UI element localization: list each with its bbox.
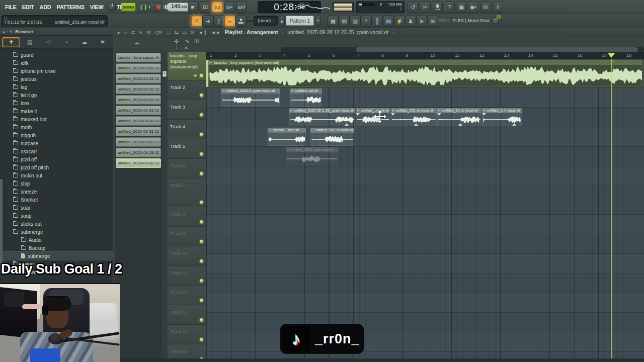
track-header-10[interactable]: Track 10 xyxy=(168,246,206,266)
fade-handle-icon[interactable] xyxy=(345,123,349,126)
record-button[interactable] xyxy=(153,2,164,12)
track-mute-led[interactable] xyxy=(200,279,203,283)
grid-track-row[interactable] xyxy=(206,332,644,352)
track-keys-icon[interactable]: Ш xyxy=(194,39,199,44)
picker-item[interactable]: untitled_2025-09-28 12-.. xyxy=(116,137,161,147)
timeline-ruler[interactable]: 123456789101112131415161718 xyxy=(206,52,644,59)
track-mute-led[interactable] xyxy=(200,240,203,243)
preset-browser-strip[interactable]: 08/21 FLEX | Moon Dust 2 xyxy=(439,16,503,26)
track-header-4[interactable]: Track 4 xyxy=(168,120,206,139)
fade-handle-icon[interactable] xyxy=(512,123,516,126)
track-header-6[interactable]: Track 6 xyxy=(168,159,206,178)
select-tool-icon[interactable]: ▭ xyxy=(182,30,187,35)
track-header-13[interactable]: Track 13 xyxy=(168,305,206,325)
save-icon[interactable]: ▣ xyxy=(456,2,467,13)
stretch-icon[interactable]: ↔ xyxy=(166,30,171,35)
picker-item[interactable]: untitled_2025-09-28 12-.. xyxy=(116,74,161,83)
browser-item-pizd-off[interactable]: pizd off xyxy=(0,155,113,163)
audio-clip[interactable]: ⊢ untitled_2025-0..cpain vocal xlr xyxy=(221,88,280,107)
fade-handle-icon[interactable] xyxy=(458,123,462,126)
delete-track-icon[interactable]: ✕ xyxy=(184,45,188,51)
piano-roll-edit-icon[interactable]: ▤ xyxy=(339,16,350,27)
audio-clip[interactable]: ⊢ untitled_..ocal xlr xyxy=(268,128,306,146)
track-header-2[interactable]: Track 2 xyxy=(168,80,206,100)
track-mute-led[interactable] xyxy=(200,220,203,224)
wand-icon[interactable]: ✶ xyxy=(139,30,143,35)
grid-track-row[interactable] xyxy=(206,186,644,215)
track-header-9[interactable]: Track 9 xyxy=(168,227,206,246)
audio-clip[interactable]: ⊢ luracks - tony soprano (instrumental) xyxy=(206,60,642,87)
track-mute-led[interactable] xyxy=(200,152,203,156)
picker-move-icon[interactable]: ✛ xyxy=(135,41,139,46)
browser-item-soar[interactable]: soar xyxy=(0,204,113,212)
link-icon[interactable]: ∞ xyxy=(224,16,235,27)
picker-scroll-indicator[interactable]: 1 xyxy=(163,71,167,77)
save-new-version-icon[interactable]: ▣+ xyxy=(468,2,479,13)
fade-handle-icon[interactable] xyxy=(437,113,441,116)
tilt-arrow-icon[interactable]: ➤ xyxy=(416,16,427,27)
picker-item[interactable]: luracks - tony sopra..✛ xyxy=(116,53,161,62)
browser-item-sneeze[interactable]: sneeze xyxy=(0,188,113,196)
shop-icon[interactable]: ⊞ xyxy=(427,16,438,27)
track-move-icon[interactable]: ✛ xyxy=(174,38,179,45)
playlist-title[interactable]: Playlist - Arrangement xyxy=(225,30,278,35)
browser-item-rockin-out[interactable]: rockin out xyxy=(0,171,113,179)
mixer-icon[interactable]: ⟊⟊ xyxy=(361,16,372,27)
grid-track-row[interactable] xyxy=(206,234,644,254)
browser-item-maxxed-out[interactable]: maxxed out xyxy=(0,115,113,123)
grid-track-row[interactable] xyxy=(206,215,644,234)
browser-item-guard[interactable]: guard xyxy=(0,51,113,59)
score-icon[interactable]: ▤ xyxy=(383,16,394,27)
track-mute-led[interactable] xyxy=(200,172,203,175)
song-mode-button[interactable]: SONG xyxy=(121,3,136,12)
pattern-add-button[interactable]: + xyxy=(315,16,321,26)
countdown-icon[interactable]: 3.2 xyxy=(212,2,223,13)
performer-icon[interactable]: ♟ xyxy=(405,16,416,27)
slide-tool-icon[interactable]: ʃ xyxy=(213,16,224,27)
fade-handle-icon[interactable] xyxy=(356,113,360,116)
track-header-3[interactable]: Track 3 xyxy=(168,100,206,120)
picker-item[interactable]: untitled_2025-09-28 12-.. xyxy=(116,127,161,136)
zoom-tool-icon[interactable]: ⊙ xyxy=(190,30,194,35)
browser-item-submerge[interactable]: submerge xyxy=(0,228,113,236)
pattern-selector[interactable]: Pattern 1 xyxy=(286,16,314,26)
slash-icon[interactable]: ⊘ xyxy=(146,30,150,35)
browser-item-idfk[interactable]: idfk xyxy=(0,59,113,67)
browser-item-iphone-jim-crow[interactable]: iphone jim crow xyxy=(0,67,113,75)
browser-item-submerge[interactable]: submerge xyxy=(0,252,113,260)
browser-tree-icon[interactable]: ╠ xyxy=(372,16,383,27)
track-header-5[interactable]: Track 5 xyxy=(168,139,206,159)
cloud-tab[interactable]: ☁ xyxy=(76,37,93,47)
playlist-subtitle[interactable]: untitled_2025-09-28 12-23-25_cpain vocal… xyxy=(288,30,389,35)
browser-item-nigguh[interactable]: nigguh xyxy=(0,131,113,139)
playlist-button[interactable]: ≣ xyxy=(191,16,202,27)
browser-item-pizd-off-pitch[interactable]: pizd off pitch xyxy=(0,163,113,171)
browser-item-snorkel[interactable]: Snorkel xyxy=(0,196,113,204)
slip-tool-icon[interactable]: ⇆ xyxy=(174,30,178,35)
picker-item[interactable]: untitled_2025-09-28 12-.. xyxy=(116,116,161,126)
track-mute-led[interactable] xyxy=(200,113,203,117)
browser-item-lag[interactable]: lag xyxy=(0,83,113,91)
picker-item[interactable]: untitled_2025-09-28 12-.. xyxy=(116,63,161,73)
all-plugins-tab[interactable]: ✚ xyxy=(2,37,20,47)
grid-track-row[interactable] xyxy=(206,293,644,313)
track-pencil-icon[interactable]: ✎ xyxy=(185,39,189,44)
track-header-1[interactable]: luracks - tony soprano (instrumental)✛ xyxy=(168,52,206,80)
browser-item-audio[interactable]: Audio xyxy=(0,236,113,244)
sounds-tab[interactable]: ◁ xyxy=(39,37,56,47)
menu-add[interactable]: ADD xyxy=(40,4,51,10)
plugin-picker-icon[interactable]: 2 xyxy=(492,17,499,24)
grid-track-row[interactable] xyxy=(206,147,644,166)
browser-scrollbar[interactable] xyxy=(0,179,3,264)
menu-patterns[interactable]: PATTERNS xyxy=(56,4,84,10)
loop-record-icon[interactable]: Ш↺ xyxy=(236,2,247,13)
track-header-8[interactable]: Track 8 xyxy=(168,207,206,227)
browser-item-lore[interactable]: lore xyxy=(0,99,113,107)
track-mute-led[interactable] xyxy=(200,299,203,302)
audio-clip[interactable]: ⊢ untitled..cal xlr xyxy=(290,88,322,107)
wait-for-input-icon[interactable]: Ш xyxy=(200,2,211,13)
browser-item-slop[interactable]: slop xyxy=(0,179,113,188)
track-header-12[interactable]: Track 12 xyxy=(168,286,206,305)
overdub-selector[interactable]: (none)› xyxy=(254,16,278,26)
track-header-7[interactable]: Track 7 xyxy=(168,178,206,207)
